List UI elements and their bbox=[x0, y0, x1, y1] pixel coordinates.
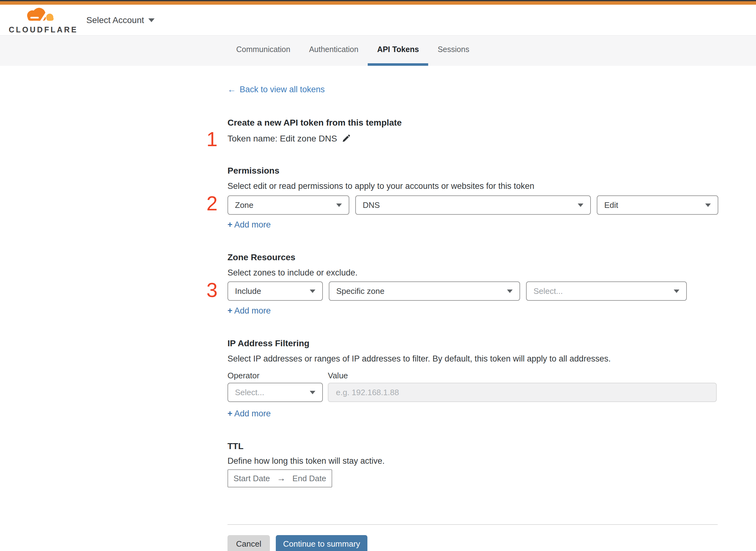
permission-access-value: Edit bbox=[604, 200, 618, 210]
token-name-row: Token name: Edit zone DNS bbox=[227, 133, 351, 144]
footer-divider bbox=[227, 524, 718, 525]
ttl-date-range-picker[interactable]: Start Date → End Date bbox=[227, 469, 332, 487]
chevron-down-icon bbox=[578, 203, 583, 207]
permissions-title: Permissions bbox=[227, 166, 279, 176]
tabs: Communication Authentication API Tokens … bbox=[227, 36, 479, 66]
ip-operator-value: Select... bbox=[235, 388, 264, 397]
arrow-right-icon: → bbox=[277, 473, 285, 483]
permission-access-select[interactable]: Edit bbox=[597, 195, 718, 215]
end-date-placeholder: End Date bbox=[292, 474, 326, 483]
add-more-label: Add more bbox=[234, 409, 271, 418]
chevron-down-icon bbox=[705, 203, 711, 207]
chevron-down-icon bbox=[336, 203, 342, 207]
plus-icon: + bbox=[227, 220, 232, 229]
permissions-select-row: Zone DNS Edit bbox=[227, 195, 718, 215]
step-number-2: 2 bbox=[181, 193, 217, 214]
back-arrow-icon: ← bbox=[227, 85, 236, 94]
ip-filtering-description: Select IP addresses or ranges of IP addr… bbox=[227, 354, 611, 364]
cancel-button[interactable]: Cancel bbox=[227, 535, 270, 551]
ip-filtering-add-more-link[interactable]: +Add more bbox=[227, 409, 271, 419]
tab-bar: Communication Authentication API Tokens … bbox=[0, 35, 756, 66]
ip-value-input[interactable]: e.g. 192.168.1.88 bbox=[328, 383, 717, 402]
ip-filtering-row: Select... e.g. 192.168.1.88 bbox=[227, 383, 717, 402]
account-selector[interactable]: Select Account bbox=[86, 13, 154, 27]
zone-pick-value: Select... bbox=[534, 287, 563, 296]
value-label: Value bbox=[328, 371, 348, 381]
permission-group-value: DNS bbox=[363, 200, 380, 210]
chevron-down-icon bbox=[310, 290, 315, 293]
zone-type-value: Specific zone bbox=[336, 287, 385, 296]
permission-group-select[interactable]: DNS bbox=[355, 195, 591, 215]
back-to-tokens-link[interactable]: ← Back to view all tokens bbox=[227, 85, 325, 94]
zone-include-value: Include bbox=[235, 287, 261, 296]
chevron-down-icon bbox=[310, 391, 315, 394]
cloudflare-cloud-icon bbox=[21, 20, 59, 26]
continue-to-summary-button[interactable]: Continue to summary bbox=[276, 535, 367, 551]
chevron-down-icon bbox=[674, 290, 679, 293]
ip-filtering-title: IP Address Filtering bbox=[227, 339, 309, 349]
operator-label: Operator bbox=[227, 371, 259, 381]
zone-pick-select[interactable]: Select... bbox=[526, 282, 687, 301]
tab-sessions[interactable]: Sessions bbox=[428, 36, 478, 66]
ip-value-placeholder: e.g. 192.168.1.88 bbox=[336, 388, 399, 397]
logo-wordmark: CLOUDFLARE bbox=[9, 25, 71, 34]
footer-buttons: Cancel Continue to summary bbox=[227, 535, 367, 551]
zone-resources-select-row: Include Specific zone Select... bbox=[227, 282, 687, 301]
step-number-1: 1 bbox=[181, 129, 217, 150]
permission-scope-value: Zone bbox=[235, 200, 253, 210]
add-more-label: Add more bbox=[234, 220, 271, 229]
create-token-title: Create a new API token from this templat… bbox=[227, 118, 402, 128]
account-selector-label: Select Account bbox=[86, 15, 144, 25]
ttl-title: TTL bbox=[227, 441, 243, 451]
cloudflare-logo[interactable]: CLOUDFLARE bbox=[9, 7, 71, 34]
brand-orange-bar bbox=[0, 1, 756, 5]
token-name-text: Token name: Edit zone DNS bbox=[227, 134, 337, 144]
cloudflare-api-token-page: CLOUDFLARE Select Account Communication … bbox=[0, 0, 756, 551]
permissions-add-more-link[interactable]: +Add more bbox=[227, 220, 271, 230]
header: CLOUDFLARE Select Account bbox=[0, 5, 756, 35]
chevron-down-icon bbox=[507, 290, 513, 293]
ttl-description: Define how long this token will stay act… bbox=[227, 456, 385, 466]
permission-scope-select[interactable]: Zone bbox=[227, 195, 349, 215]
start-date-placeholder: Start Date bbox=[233, 474, 270, 483]
zone-resources-description: Select zones to include or exclude. bbox=[227, 268, 357, 278]
add-more-label: Add more bbox=[234, 306, 271, 316]
back-link-label: Back to view all tokens bbox=[240, 85, 325, 94]
zone-resources-title: Zone Resources bbox=[227, 252, 295, 262]
edit-pencil-icon[interactable] bbox=[341, 134, 351, 145]
tab-api-tokens[interactable]: API Tokens bbox=[368, 36, 428, 66]
tab-communication[interactable]: Communication bbox=[227, 36, 300, 66]
zone-include-select[interactable]: Include bbox=[227, 282, 323, 301]
zone-resources-add-more-link[interactable]: +Add more bbox=[227, 306, 271, 316]
zone-type-select[interactable]: Specific zone bbox=[329, 282, 520, 301]
step-number-3: 3 bbox=[181, 280, 217, 301]
plus-icon: + bbox=[227, 409, 232, 418]
tab-authentication[interactable]: Authentication bbox=[300, 36, 368, 66]
ip-operator-select[interactable]: Select... bbox=[227, 383, 323, 402]
chevron-down-icon bbox=[148, 18, 154, 22]
plus-icon: + bbox=[227, 306, 232, 316]
permissions-description: Select edit or read permissions to apply… bbox=[227, 181, 535, 191]
